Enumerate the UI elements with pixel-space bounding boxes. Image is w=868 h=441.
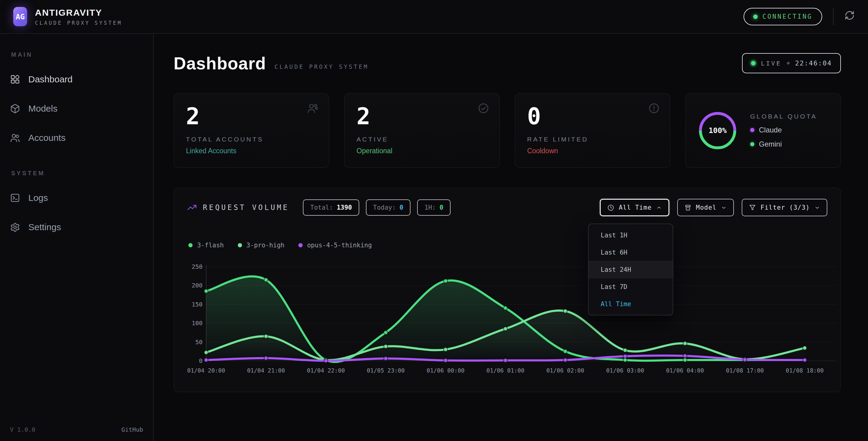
svg-text:01/05 23:00: 01/05 23:00: [367, 367, 405, 374]
svg-text:01/08 17:00: 01/08 17:00: [726, 367, 764, 374]
trending-up-icon: [187, 203, 197, 212]
request-volume-chart: 25020015010050001/04 20:0001/04 21:0001/…: [186, 263, 841, 381]
sidebar-item-label: Logs: [28, 193, 48, 203]
legend-item-3-pro-high[interactable]: 3-pro-high: [238, 242, 284, 249]
sidebar-section-system: SYSTEMLogsSettings: [10, 170, 143, 237]
app-logo: AG: [13, 7, 27, 26]
clock-icon: [607, 204, 614, 211]
time-range-dropdown: Last 1HLast 6HLast 24HLast 7DAll Time: [588, 224, 673, 316]
sidebar-item-models[interactable]: Models: [10, 99, 143, 118]
cube-icon: [10, 104, 20, 114]
rate-limited-value: 0: [527, 105, 658, 128]
active-card: 2 ACTIVE Operational: [344, 93, 500, 168]
total-accounts-label: TOTAL ACCOUNTS: [186, 136, 317, 143]
gear-icon: [10, 222, 20, 232]
live-clock-badge: LIVE 22:46:04: [742, 53, 841, 73]
page-title: Dashboard: [174, 53, 266, 73]
svg-text:50: 50: [195, 339, 203, 346]
rate-limited-card: 0 RATE LIMITED Cooldown: [515, 93, 670, 168]
dropdown-item-all-time[interactable]: All Time: [589, 295, 673, 313]
grid-icon: [10, 74, 20, 85]
sidebar-item-dashboard[interactable]: Dashboard: [10, 70, 143, 89]
topbar: AG ANTIGRAVITY CLAUDE PROXY SYSTEM CONNE…: [0, 0, 868, 34]
sidebar-section-label: SYSTEM: [11, 170, 143, 177]
sidebar: MAINDashboardModelsAccountsSYSTEMLogsSet…: [0, 34, 154, 441]
svg-text:150: 150: [192, 301, 203, 308]
svg-text:200: 200: [192, 282, 203, 289]
filter-button[interactable]: Filter (3/3): [742, 199, 827, 216]
chip-label: Today:: [373, 204, 396, 211]
svg-text:01/04 21:00: 01/04 21:00: [247, 367, 285, 374]
chip-value: 0: [439, 204, 443, 211]
active-label: ACTIVE: [356, 136, 487, 143]
rate-limited-label: RATE LIMITED: [527, 136, 658, 143]
dropdown-item-last-24h[interactable]: Last 24H: [589, 261, 673, 278]
svg-text:01/04 22:00: 01/04 22:00: [307, 367, 345, 374]
quota-ring: 100%: [698, 111, 738, 150]
legend-item-3-flash[interactable]: 3-flash: [188, 242, 224, 249]
sidebar-item-label: Dashboard: [28, 74, 73, 85]
legend-dot: [238, 243, 242, 247]
chevron-down-icon: [721, 205, 727, 210]
volume-stat-chips: Total:1390Today:01H:0: [303, 199, 451, 216]
status-label: CONNECTING: [763, 13, 812, 20]
chip-value: 0: [400, 204, 404, 211]
legend-label: opus-4-5-thinking: [307, 242, 372, 249]
github-link[interactable]: GitHub: [121, 426, 143, 433]
refresh-button[interactable]: [844, 10, 855, 23]
request-volume-panel: REQUEST VOLUME Total:1390Today:01H:0 All…: [174, 187, 841, 392]
stat-cards: 2 TOTAL ACCOUNTS Linked Accounts 2 ACTIV…: [174, 93, 841, 168]
quota-percent: 100%: [698, 111, 738, 150]
svg-text:01/06 02:00: 01/06 02:00: [547, 367, 584, 374]
time-range-button[interactable]: All Time: [600, 199, 670, 216]
rate-limited-sub: Cooldown: [527, 147, 658, 155]
model-button[interactable]: Model: [677, 199, 734, 216]
total-accounts-sub: Linked Accounts: [186, 147, 317, 155]
chip-label: Total:: [310, 204, 333, 211]
sidebar-item-label: Models: [28, 104, 58, 114]
dropdown-item-last-1h[interactable]: Last 1H: [589, 227, 673, 244]
svg-text:01/06 00:00: 01/06 00:00: [427, 367, 464, 374]
package-icon: [684, 204, 691, 211]
legend-label: 3-flash: [197, 242, 224, 249]
quota-entry-claude: Claude: [750, 126, 817, 134]
status-dot: [753, 14, 758, 19]
users-group-icon: [307, 102, 318, 114]
dropdown-item-last-7d[interactable]: Last 7D: [589, 278, 673, 295]
main-content: Dashboard CLAUDE PROXY SYSTEM LIVE 22:46…: [154, 34, 868, 441]
svg-text:01/06 01:00: 01/06 01:00: [487, 367, 524, 374]
model-label: Model: [696, 204, 716, 211]
filter-label: Filter (3/3): [761, 204, 810, 211]
live-label: LIVE: [761, 60, 781, 67]
sidebar-item-logs[interactable]: Logs: [10, 188, 143, 208]
quota-dot: [750, 142, 754, 146]
terminal-icon: [10, 193, 20, 203]
stat-chip-1h: 1H:0: [417, 199, 451, 216]
dropdown-item-last-6h[interactable]: Last 6H: [589, 244, 673, 261]
svg-text:01/06 03:00: 01/06 03:00: [606, 367, 644, 374]
stat-chip-today: Today:0: [366, 199, 411, 216]
app-version: V 1.0.0: [10, 426, 35, 433]
sidebar-item-label: Settings: [28, 222, 61, 232]
refresh-icon: [844, 10, 855, 23]
app-title: ANTIGRAVITY: [35, 7, 122, 18]
active-value: 2: [356, 105, 487, 128]
global-quota-label: GLOBAL QUOTA: [750, 113, 817, 120]
quota-dot: [750, 128, 754, 132]
quota-entry-gemini: Gemini: [750, 140, 817, 148]
sidebar-item-accounts[interactable]: Accounts: [10, 128, 143, 147]
alert-circle-icon: [648, 102, 660, 114]
separator-dot: [787, 62, 789, 64]
quota-name: Gemini: [759, 140, 782, 148]
chip-label: 1H:: [424, 204, 436, 211]
legend-dot: [299, 243, 303, 247]
svg-text:250: 250: [192, 263, 203, 270]
time-range-label: All Time: [619, 204, 652, 211]
connection-status-badge: CONNECTING: [744, 8, 822, 25]
sidebar-section-label: MAIN: [11, 51, 143, 58]
svg-text:01/08 18:00: 01/08 18:00: [786, 367, 824, 374]
legend-item-opus-4-5-thinking[interactable]: opus-4-5-thinking: [299, 242, 372, 249]
chip-value: 1390: [337, 204, 352, 211]
sidebar-item-settings[interactable]: Settings: [10, 217, 143, 237]
svg-text:01/06 04:00: 01/06 04:00: [666, 367, 704, 374]
